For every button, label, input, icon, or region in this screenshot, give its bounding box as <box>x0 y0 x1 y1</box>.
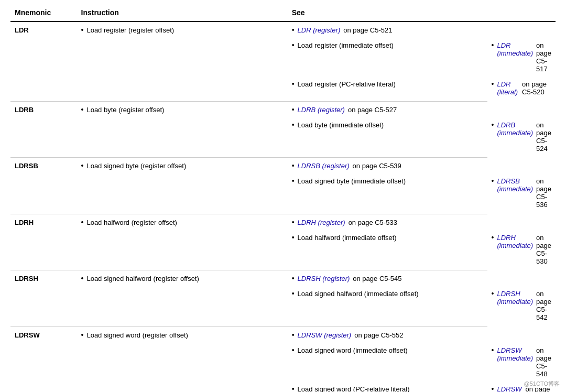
see-cell: •LDRSH (immediate) on page C5-542 <box>487 287 556 326</box>
bullet-icon: • <box>492 121 494 128</box>
bullet-icon: • <box>292 219 295 226</box>
bullet-icon: • <box>292 331 295 339</box>
bullet-icon: • <box>292 275 295 282</box>
table-row: •Load halfword (immediate offset)•LDRH (… <box>10 231 556 270</box>
table-row: LDRSB•Load signed byte (register offset)… <box>10 158 556 175</box>
instruction-cell: •Load register (register offset) <box>77 21 288 38</box>
see-link[interactable]: LDR (immediate) <box>497 41 533 57</box>
page-ref: on page C5-521 <box>343 26 392 34</box>
bullet-icon: • <box>81 219 84 226</box>
bullet-icon: • <box>292 346 295 354</box>
instruction-item: •Load halfword (register offset) <box>81 219 284 226</box>
bullet-icon: • <box>292 121 295 128</box>
bullet-icon: • <box>492 346 494 354</box>
see-link[interactable]: LDRSB (register) <box>298 162 350 170</box>
see-link[interactable]: LDR (literal) <box>497 80 519 96</box>
bullet-icon: • <box>292 80 295 88</box>
header-mnemonic: Mnemonic <box>10 5 77 21</box>
instruction-cell: •Load signed byte (immediate offset) <box>288 174 487 214</box>
see-item: •LDRB (register) on page C5-527 <box>292 106 483 114</box>
instruction-item: •Load signed byte (immediate offset) <box>292 177 483 185</box>
instruction-item: •Load register (register offset) <box>81 26 284 34</box>
see-link[interactable]: LDRSH (register) <box>298 275 350 282</box>
instruction-cell: •Load register (immediate offset) <box>288 38 487 77</box>
bullet-icon: • <box>492 385 494 393</box>
instruction-text: Load halfword (immediate offset) <box>298 234 397 242</box>
mnemonic-cell: LDRH <box>10 214 77 270</box>
bullet-icon: • <box>81 162 84 169</box>
see-link[interactable]: LDR (register) <box>298 26 341 34</box>
instruction-text: Load halfword (register offset) <box>86 219 177 226</box>
see-cell: •LDRB (register) on page C5-527 <box>288 101 487 118</box>
see-link[interactable]: LDRSW (literal) <box>497 385 522 393</box>
see-cell: •LDR (register) on page C5-521 <box>288 21 487 38</box>
bullet-icon: • <box>292 290 295 297</box>
table-row: •Load register (PC-relative literal)•LDR… <box>10 77 556 101</box>
instruction-text: Load signed word (register offset) <box>86 331 188 339</box>
page-ref: on page C5-539 <box>353 162 401 170</box>
bullet-icon: • <box>292 26 295 34</box>
bullet-icon: • <box>492 234 494 241</box>
instruction-item: •Load signed halfword (register offset) <box>81 275 284 282</box>
instruction-cell: •Load byte (immediate offset) <box>288 118 487 158</box>
instruction-cell: •Load signed word (immediate offset) <box>288 343 487 382</box>
table-row: •Load signed halfword (immediate offset)… <box>10 287 556 326</box>
mnemonic-cell <box>77 343 288 382</box>
bullet-icon: • <box>292 177 295 184</box>
mnemonic-cell: LDRB <box>10 101 77 158</box>
page-ref: on page C5-530 <box>536 234 551 265</box>
instruction-item: •Load halfword (immediate offset) <box>292 234 483 242</box>
instruction-item: •Load signed word (immediate offset) <box>292 346 483 354</box>
see-cell: •LDR (literal) on page C5-520 <box>487 77 556 101</box>
instruction-cell: •Load signed word (PC-relative literal) <box>288 382 487 393</box>
see-item: •LDR (immediate) on page C5-517 <box>492 41 551 73</box>
mnemonic-cell: LDR <box>10 21 77 101</box>
header-see: See <box>288 5 487 21</box>
bullet-icon: • <box>292 162 295 169</box>
bullet-icon: • <box>81 26 84 34</box>
instruction-text: Load signed word (immediate offset) <box>298 346 408 354</box>
see-link[interactable]: LDRH (immediate) <box>497 234 533 249</box>
mnemonic-cell <box>77 231 288 270</box>
main-container: Mnemonic Instruction See LDR•Load regist… <box>0 0 566 392</box>
bullet-icon: • <box>492 41 494 49</box>
instruction-cell: •Load signed byte (register offset) <box>77 158 288 175</box>
instruction-cell: •Load byte (register offset) <box>77 101 288 118</box>
instruction-item: •Load register (immediate offset) <box>292 41 483 49</box>
instruction-item: •Load signed byte (register offset) <box>81 162 284 170</box>
see-link[interactable]: LDRH (register) <box>298 219 345 226</box>
see-link[interactable]: LDRSH (immediate) <box>497 290 533 306</box>
see-item: •LDRSB (immediate) on page C5-536 <box>492 177 551 209</box>
instruction-cell: •Load signed halfword (register offset) <box>77 270 288 287</box>
table-row: •Load register (immediate offset)•LDR (i… <box>10 38 556 77</box>
see-link[interactable]: LDRSB (immediate) <box>497 177 533 193</box>
instruction-text: Load register (PC-relative literal) <box>298 80 396 88</box>
instruction-text: Load register (immediate offset) <box>298 41 394 49</box>
instruction-cell: •Load signed halfword (immediate offset) <box>288 287 487 326</box>
mnemonic-cell <box>77 38 288 77</box>
see-item: •LDRH (register) on page C5-533 <box>292 219 483 226</box>
see-item: •LDRSH (register) on page C5-545 <box>292 275 483 282</box>
instruction-text: Load byte (register offset) <box>86 106 164 114</box>
see-link[interactable]: LDRB (immediate) <box>497 121 533 137</box>
page-ref: on page C5-545 <box>353 275 401 282</box>
instruction-cell: •Load halfword (register offset) <box>77 214 288 231</box>
instruction-text: Load register (register offset) <box>86 26 174 34</box>
see-cell: •LDRSH (register) on page C5-545 <box>288 270 487 287</box>
bullet-icon: • <box>81 275 84 282</box>
instruction-cell: •Load halfword (immediate offset) <box>288 231 487 270</box>
instruction-item: •Load byte (immediate offset) <box>292 121 483 129</box>
see-link[interactable]: LDRB (register) <box>298 106 345 114</box>
table-row: •Load signed word (PC-relative literal)•… <box>10 382 556 393</box>
bullet-icon: • <box>292 41 295 49</box>
bullet-icon: • <box>81 106 84 113</box>
see-link[interactable]: LDRSW (register) <box>298 331 352 339</box>
see-link[interactable]: LDRSW (immediate) <box>497 346 533 362</box>
bullet-icon: • <box>292 234 295 241</box>
see-cell: •LDRSB (immediate) on page C5-536 <box>487 174 556 214</box>
mnemonic-cell: LDRSB <box>10 158 77 214</box>
page-ref: on page C5-542 <box>536 290 551 321</box>
bullet-icon: • <box>81 331 84 339</box>
page-ref: on page C5-552 <box>354 331 403 339</box>
see-cell: •LDRSB (register) on page C5-539 <box>288 158 487 175</box>
